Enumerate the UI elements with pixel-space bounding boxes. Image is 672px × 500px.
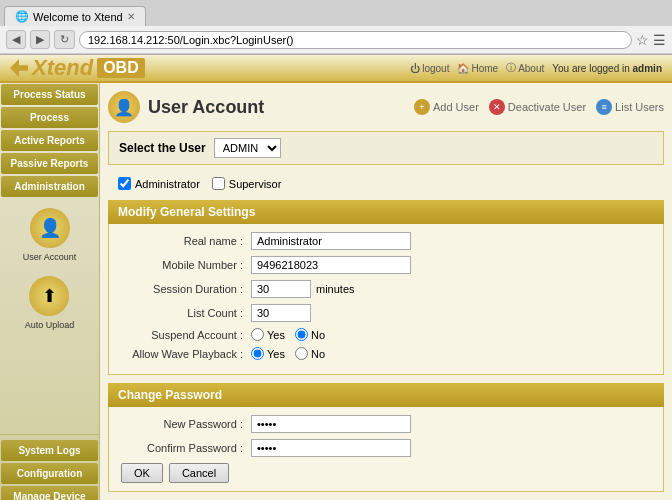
browser-tab[interactable]: 🌐 Welcome to Xtend ✕ — [4, 6, 146, 26]
tab-title: Welcome to Xtend — [33, 11, 123, 23]
wave-yes-text: Yes — [267, 348, 285, 360]
about-icon: ⓘ — [506, 61, 516, 75]
suspend-no-radio[interactable] — [295, 328, 308, 341]
wave-no-text: No — [311, 348, 325, 360]
bookmark-icon[interactable]: ☆ — [636, 32, 649, 48]
modify-section-header: Modify General Settings — [108, 200, 664, 224]
sidebar-item-passive-reports[interactable]: Passive Reports — [1, 153, 98, 174]
home-button[interactable]: 🏠 Home — [457, 63, 498, 74]
list-users-button[interactable]: ≡ List Users — [596, 99, 664, 115]
logo-obd-text: OBD — [97, 58, 145, 78]
new-password-row: New Password : — [121, 415, 651, 433]
modify-section: Modify General Settings Real name : Mobi… — [108, 200, 664, 375]
sidebar-item-manage-device[interactable]: Manage Device — [1, 486, 98, 500]
tab-favicon: 🌐 — [15, 10, 29, 23]
menu-icon[interactable]: ☰ — [653, 32, 666, 48]
sidebar-icon-section: 👤 User Account ⬆ Auto Upload — [0, 198, 99, 430]
suspend-yes-label[interactable]: Yes — [251, 328, 285, 341]
page-icon: 👤 — [108, 91, 140, 123]
logout-button[interactable]: ⏻ logout — [410, 63, 449, 74]
confirm-password-input[interactable] — [251, 439, 411, 457]
ok-button[interactable]: OK — [121, 463, 163, 483]
supervisor-checkbox[interactable] — [212, 177, 225, 190]
auto-upload-label: Auto Upload — [25, 320, 75, 330]
add-user-icon: + — [414, 99, 430, 115]
suspend-yes-text: Yes — [267, 329, 285, 341]
sidebar-bottom: System Logs Configuration Manage Device — [0, 430, 99, 500]
real-name-label: Real name : — [121, 235, 251, 247]
sidebar: Process Status Process Active Reports Pa… — [0, 83, 100, 500]
session-suffix: minutes — [316, 283, 355, 295]
supervisor-checkbox-label[interactable]: Supervisor — [212, 177, 282, 190]
password-section-body: New Password : Confirm Password : OK Can… — [108, 407, 664, 492]
user-account-icon: 👤 — [30, 208, 70, 248]
user-select-dropdown[interactable]: ADMIN USER1 USER2 — [214, 138, 281, 158]
real-name-input[interactable] — [251, 232, 411, 250]
home-icon: 🏠 — [457, 63, 469, 74]
session-input[interactable] — [251, 280, 311, 298]
deactivate-user-label: Deactivate User — [508, 101, 586, 113]
password-section: Change Password New Password : Confirm P… — [108, 383, 664, 492]
list-users-label: List Users — [615, 101, 664, 113]
page-header: 👤 User Account + Add User ✕ Deactivate U… — [108, 91, 664, 123]
sidebar-item-configuration[interactable]: Configuration — [1, 463, 98, 484]
sidebar-item-system-logs[interactable]: System Logs — [1, 440, 98, 461]
reload-button[interactable]: ↻ — [54, 30, 75, 49]
about-button[interactable]: ⓘ About — [506, 61, 544, 75]
sidebar-top: Process Status Process Active Reports Pa… — [0, 83, 99, 198]
forward-button[interactable]: ▶ — [30, 30, 50, 49]
page-title-area: 👤 User Account — [108, 91, 264, 123]
add-user-label: Add User — [433, 101, 479, 113]
address-bar[interactable] — [79, 31, 632, 49]
home-label: Home — [471, 63, 498, 74]
sidebar-item-active-reports[interactable]: Active Reports — [1, 130, 98, 151]
logo-arrow — [10, 59, 28, 77]
sidebar-item-process-status[interactable]: Process Status — [1, 84, 98, 105]
mobile-input[interactable] — [251, 256, 411, 274]
suspend-no-label[interactable]: No — [295, 328, 325, 341]
list-count-row: List Count : — [121, 304, 651, 322]
confirm-password-label: Confirm Password : — [121, 442, 251, 454]
wave-no-label[interactable]: No — [295, 347, 325, 360]
modify-section-title: Modify General Settings — [118, 205, 255, 219]
sidebar-item-user-account[interactable]: 👤 User Account — [23, 208, 77, 262]
administrator-label: Administrator — [135, 178, 200, 190]
sidebar-divider — [0, 434, 99, 435]
wave-row: Allow Wave Playback : Yes No — [121, 347, 651, 360]
wave-yes-radio[interactable] — [251, 347, 264, 360]
session-row: Session Duration : minutes — [121, 280, 651, 298]
deactivate-user-button[interactable]: ✕ Deactivate User — [489, 99, 586, 115]
new-password-label: New Password : — [121, 418, 251, 430]
sidebar-item-process[interactable]: Process — [1, 107, 98, 128]
wave-label: Allow Wave Playback : — [121, 348, 251, 360]
sidebar-item-administration[interactable]: Administration — [1, 176, 98, 197]
suspend-label: Suspend Account : — [121, 329, 251, 341]
list-count-input[interactable] — [251, 304, 311, 322]
tab-close-icon[interactable]: ✕ — [127, 11, 135, 22]
wave-yes-label[interactable]: Yes — [251, 347, 285, 360]
list-users-icon: ≡ — [596, 99, 612, 115]
new-password-input[interactable] — [251, 415, 411, 433]
password-section-header: Change Password — [108, 383, 664, 407]
add-user-button[interactable]: + Add User — [414, 99, 479, 115]
suspend-yes-radio[interactable] — [251, 328, 264, 341]
supervisor-label: Supervisor — [229, 178, 282, 190]
cancel-button[interactable]: Cancel — [169, 463, 229, 483]
header-actions: ⏻ logout 🏠 Home ⓘ About You are logged i… — [410, 61, 662, 75]
suspend-no-text: No — [311, 329, 325, 341]
deactivate-user-icon: ✕ — [489, 99, 505, 115]
suspend-row: Suspend Account : Yes No — [121, 328, 651, 341]
mobile-row: Mobile Number : — [121, 256, 651, 274]
logged-in-text: You are logged in admin — [552, 63, 662, 74]
administrator-checkbox[interactable] — [118, 177, 131, 190]
administrator-checkbox-label[interactable]: Administrator — [118, 177, 200, 190]
sidebar-item-auto-upload[interactable]: ⬆ Auto Upload — [25, 276, 75, 330]
select-user-row: Select the User ADMIN USER1 USER2 — [108, 131, 664, 165]
back-button[interactable]: ◀ — [6, 30, 26, 49]
wave-no-radio[interactable] — [295, 347, 308, 360]
suspend-radio-group: Yes No — [251, 328, 325, 341]
mobile-label: Mobile Number : — [121, 259, 251, 271]
list-count-label: List Count : — [121, 307, 251, 319]
main-content: 👤 User Account + Add User ✕ Deactivate U… — [100, 83, 672, 500]
auto-upload-icon: ⬆ — [29, 276, 69, 316]
